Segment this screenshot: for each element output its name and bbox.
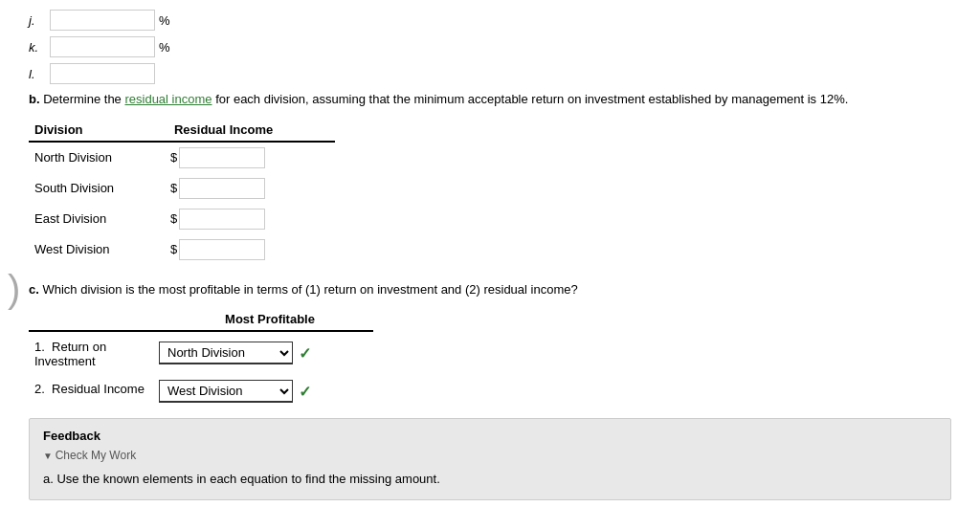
check-my-work: Check My Work (43, 449, 937, 462)
section-b-prefix: b. (29, 92, 40, 106)
residual-input-north: $ (165, 142, 335, 173)
division-name-south: South Division (29, 173, 165, 204)
residual-income-link[interactable]: residual income (124, 92, 212, 106)
section-b-text-end: for each division, assuming that the min… (215, 92, 848, 106)
left-bracket: ) (8, 268, 20, 311)
dollar-sign-north: $ (170, 150, 177, 165)
dollar-sign-west: $ (170, 242, 177, 256)
return-on-investment-label: 1. Return onInvestment (29, 331, 153, 374)
input-west-residual[interactable] (179, 239, 265, 260)
input-east-residual[interactable] (179, 209, 265, 230)
table-row: North Division $ (29, 142, 335, 173)
section-c-prefix: c. (29, 282, 39, 297)
input-north-residual[interactable] (179, 147, 265, 168)
pct-k: % (159, 40, 170, 55)
section-b-text-start: Determine the (43, 92, 124, 106)
residual-income-select[interactable]: North Division South Division East Divis… (159, 380, 293, 403)
residual-income-label: 2. Residual Income (29, 374, 153, 408)
residual-income-table: Division Residual Income North Division … (29, 119, 335, 265)
most-profitable-header: Most Profitable (29, 308, 373, 331)
check-mark-1: ✓ (299, 344, 311, 363)
table-row: East Division $ (29, 204, 335, 234)
input-k[interactable] (50, 36, 155, 57)
division-name-east: East Division (29, 204, 165, 234)
section-b: b. Determine the residual income for eac… (29, 90, 951, 265)
input-j[interactable] (50, 10, 155, 31)
most-profitable-row-2: 2. Residual Income North Division South … (29, 374, 373, 408)
section-c: c. Which division is the most profitable… (29, 280, 951, 409)
col-header-residual-income: Residual Income (165, 119, 335, 142)
table-row: West Division $ (29, 234, 335, 265)
section-c-text: Which division is the most profitable in… (42, 282, 577, 297)
section-b-instruction: b. Determine the residual income for eac… (29, 90, 951, 109)
check-mark-2: ✓ (299, 383, 311, 401)
return-on-investment-dropdown-cell: North Division South Division East Divis… (153, 331, 373, 374)
residual-input-west: $ (165, 234, 335, 265)
input-row-k: k. % (29, 36, 951, 57)
feedback-box: Feedback Check My Work a. Use the known … (29, 418, 951, 500)
most-profitable-table: Most Profitable 1. Return onInvestment N… (29, 308, 373, 408)
table-row: South Division $ (29, 173, 335, 204)
residual-input-east: $ (165, 204, 335, 234)
input-row-l: l. (29, 63, 951, 84)
pct-j: % (159, 13, 170, 28)
label-l: l. (29, 67, 50, 81)
label-j: j. (29, 13, 50, 28)
input-south-residual[interactable] (179, 178, 265, 199)
row1-number: 1. (34, 340, 45, 354)
residual-input-south: $ (165, 173, 335, 204)
dollar-sign-south: $ (170, 181, 177, 195)
return-on-investment-select[interactable]: North Division South Division East Divis… (159, 342, 293, 364)
dropdown-wrap-2: North Division South Division East Divis… (159, 380, 368, 403)
col-header-division: Division (29, 119, 165, 142)
residual-income-dropdown-cell: North Division South Division East Divis… (153, 374, 373, 408)
division-name-west: West Division (29, 234, 165, 265)
section-c-instruction: c. Which division is the most profitable… (29, 280, 951, 299)
feedback-content: a. Use the known elements in each equati… (43, 470, 937, 490)
dollar-sign-east: $ (170, 211, 177, 226)
most-profitable-row-1: 1. Return onInvestment North Division So… (29, 331, 373, 374)
division-name-north: North Division (29, 142, 165, 173)
top-inputs-section: j. % k. % l. (29, 10, 951, 84)
input-l[interactable] (50, 63, 155, 84)
row2-number: 2. (34, 382, 45, 396)
feedback-title: Feedback (43, 429, 937, 443)
input-row-j: j. % (29, 10, 951, 31)
label-k: k. (29, 40, 50, 55)
dropdown-wrap-1: North Division South Division East Divis… (159, 342, 368, 364)
